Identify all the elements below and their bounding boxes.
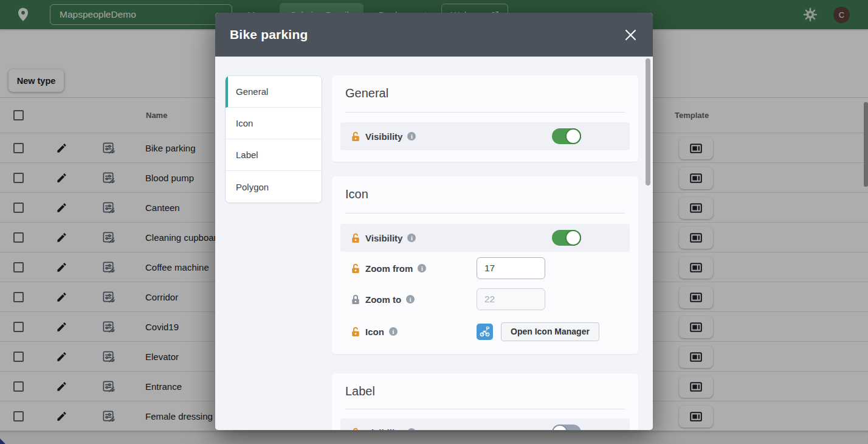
general-section-title: General <box>345 86 388 100</box>
modal-header: Bike parking <box>215 13 653 57</box>
screen: MapspeopleDemo Map Solution Details Depl… <box>0 0 868 444</box>
info-icon[interactable] <box>406 295 415 304</box>
unlocked-icon <box>351 263 360 274</box>
label-section: Label Visibility <box>332 373 638 430</box>
toggle-knob <box>565 128 581 144</box>
visibility-label: Visibility <box>365 131 402 142</box>
general-section: General Visibility <box>332 75 638 162</box>
label-visibility-toggle[interactable] <box>552 425 581 430</box>
divider <box>345 409 625 409</box>
unlocked-icon <box>351 327 360 337</box>
unlocked-icon <box>351 233 360 243</box>
info-icon[interactable] <box>407 234 416 242</box>
unlocked-icon <box>351 428 360 431</box>
divider <box>345 112 625 113</box>
icon-section: Icon Visibility Zoom from <box>332 176 638 354</box>
unlocked-icon <box>351 131 360 142</box>
icon-section-title: Icon <box>345 187 368 201</box>
zoom-to-input <box>477 288 545 310</box>
label-visibility-row: Visibility <box>340 418 630 430</box>
info-icon[interactable] <box>407 428 416 430</box>
label-section-title: Label <box>345 384 375 398</box>
visibility-label: Visibility <box>365 233 402 243</box>
icon-visibility-toggle[interactable] <box>552 230 581 246</box>
close-icon[interactable] <box>622 27 638 43</box>
modal-tab-label[interactable]: Label <box>226 139 322 171</box>
visibility-label: Visibility <box>365 428 402 431</box>
modal-tab-general[interactable]: General <box>226 76 322 108</box>
icon-visibility-row: Visibility <box>340 224 630 252</box>
locked-icon <box>351 294 360 305</box>
info-icon[interactable] <box>418 264 426 272</box>
modal-title: Bike parking <box>230 27 308 42</box>
modal-scrollbar[interactable] <box>646 58 650 186</box>
divider <box>345 213 625 213</box>
info-icon[interactable] <box>389 327 398 336</box>
toggle-knob <box>552 425 568 430</box>
toggle-knob <box>565 230 581 246</box>
type-editor-modal: Bike parking GeneralIconLabelPolygon Gen… <box>215 13 653 430</box>
modal-tab-icon[interactable]: Icon <box>226 108 322 139</box>
zoom-to-row: Zoom to <box>340 285 630 313</box>
zoom-from-row: Zoom from <box>340 254 630 282</box>
general-visibility-toggle[interactable] <box>552 128 581 144</box>
zoom-from-label: Zoom from <box>365 263 413 274</box>
zoom-to-label: Zoom to <box>365 294 401 305</box>
modal-tab-list: GeneralIconLabelPolygon <box>225 75 322 203</box>
bike-parking-icon[interactable]: P <box>477 324 493 340</box>
modal-tab-polygon[interactable]: Polygon <box>226 171 322 203</box>
icon-row: Icon P Open Icon Manager <box>340 317 630 345</box>
icon-label: Icon <box>365 327 384 337</box>
info-icon[interactable] <box>407 132 416 140</box>
general-visibility-row: Visibility <box>340 122 630 150</box>
open-icon-manager-button[interactable]: Open Icon Manager <box>501 322 599 341</box>
zoom-from-input[interactable] <box>477 257 545 279</box>
svg-text:P: P <box>486 325 489 331</box>
